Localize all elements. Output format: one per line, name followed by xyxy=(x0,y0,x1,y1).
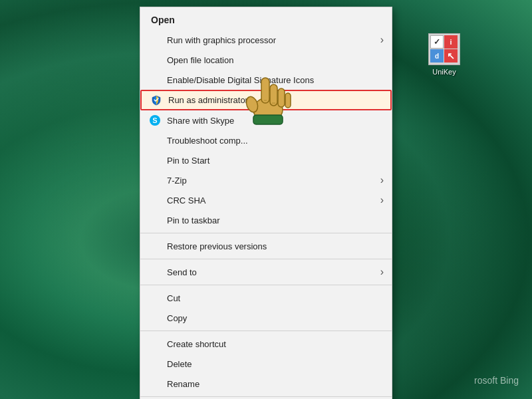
menu-item-label: Share with Skype xyxy=(167,116,234,126)
menu-separator xyxy=(140,331,392,331)
menu-item-copy[interactable]: Copy xyxy=(140,308,392,328)
menu-item-send-to[interactable]: Send to xyxy=(140,262,392,282)
menu-item-open-location[interactable]: Open file location xyxy=(140,50,392,70)
menu-item-label: Troubleshoot comp... xyxy=(167,136,248,146)
menu-item-pin-taskbar[interactable]: Pin to taskbar xyxy=(140,210,392,230)
menu-item-run-admin[interactable]: Run as administrator xyxy=(140,90,392,110)
menu-item-label: 7-Zip xyxy=(167,176,187,186)
menu-item-label: Run with graphics processor xyxy=(167,35,276,45)
bing-watermark: rosoft Bing xyxy=(474,375,519,386)
menu-item-label: Enable/Disable Digital Signature Icons xyxy=(167,75,314,85)
menu-item-troubleshoot[interactable]: Troubleshoot comp... xyxy=(140,130,392,150)
menu-item-open: Open xyxy=(140,10,392,30)
menu-item-label: CRC SHA xyxy=(167,196,206,205)
menu-item-label: Run as administrator xyxy=(168,95,248,105)
menu-separator xyxy=(140,285,392,285)
menu-item-label: Cut xyxy=(167,293,180,303)
menu-item-pin-start[interactable]: Pin to Start xyxy=(140,150,392,170)
menu-item-digital-sig[interactable]: Enable/Disable Digital Signature Icons xyxy=(140,70,392,90)
menu-item-run-graphics[interactable]: Run with graphics processor xyxy=(140,30,392,50)
desktop: rosoft Bing ✓ i d ↖ UniKey OpenRun with … xyxy=(0,0,532,399)
unikey-desktop-icon[interactable]: ✓ i d ↖ UniKey xyxy=(423,33,466,76)
context-menu: OpenRun with graphics processorOpen file… xyxy=(140,7,392,399)
unikey-label: UniKey xyxy=(432,68,456,76)
menu-item-label: Pin to taskbar xyxy=(167,215,220,225)
menu-item-restore[interactable]: Restore previous versions xyxy=(140,236,392,256)
menu-item-delete[interactable]: Delete xyxy=(140,354,392,374)
shield-icon xyxy=(150,94,163,107)
menu-item-7zip[interactable]: 7-Zip xyxy=(140,170,392,190)
skype-icon: S xyxy=(148,114,162,127)
menu-item-share-skype[interactable]: SShare with Skype xyxy=(140,110,392,130)
menu-item-rename[interactable]: Rename xyxy=(140,374,392,394)
menu-item-label: Send to xyxy=(167,267,197,277)
menu-item-label: Copy xyxy=(167,313,187,323)
menu-item-create-shortcut[interactable]: Create shortcut xyxy=(140,334,392,354)
menu-separator xyxy=(140,259,392,259)
menu-item-label: Create shortcut xyxy=(167,339,226,349)
menu-separator xyxy=(140,396,392,397)
menu-item-cut[interactable]: Cut xyxy=(140,288,392,308)
menu-item-label: Open file location xyxy=(167,55,233,65)
unikey-icon-image: ✓ i d ↖ xyxy=(428,33,460,65)
menu-item-crc-sha[interactable]: CRC SHA xyxy=(140,190,392,210)
menu-item-label: Pin to Start xyxy=(167,156,209,166)
menu-item-label: Delete xyxy=(167,359,192,369)
menu-item-label: Restore previous versions xyxy=(167,241,267,251)
menu-separator xyxy=(140,233,392,233)
menu-item-label: Rename xyxy=(167,379,200,389)
